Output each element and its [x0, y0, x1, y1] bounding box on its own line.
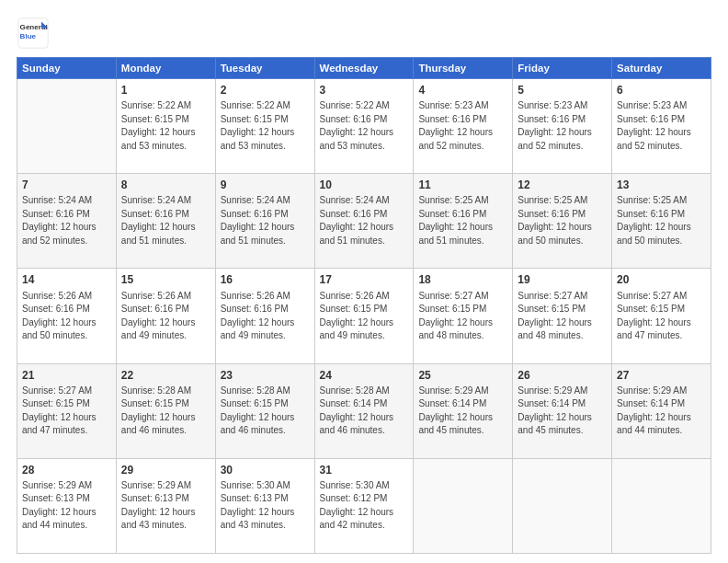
calendar-cell: 8 Sunrise: 5:24 AMSunset: 6:16 PMDayligh…	[116, 174, 215, 269]
calendar-table: SundayMondayTuesdayWednesdayThursdayFrid…	[17, 57, 711, 554]
day-info: Sunrise: 5:27 AMSunset: 6:15 PMDaylight:…	[22, 385, 97, 436]
day-number: 22	[121, 368, 210, 383]
page: General Blue SundayMondayTuesdayWednesda…	[0, 0, 728, 563]
calendar-cell: 16 Sunrise: 5:26 AMSunset: 6:16 PMDaylig…	[215, 269, 314, 363]
calendar-cell: 22 Sunrise: 5:28 AMSunset: 6:15 PMDaylig…	[116, 363, 215, 458]
calendar-cell: 13 Sunrise: 5:25 AMSunset: 6:16 PMDaylig…	[612, 174, 711, 269]
day-info: Sunrise: 5:24 AMSunset: 6:16 PMDaylight:…	[22, 195, 97, 246]
day-number: 27	[617, 368, 706, 383]
day-header-wednesday: Wednesday	[314, 58, 414, 79]
day-number: 21	[22, 368, 111, 383]
day-info: Sunrise: 5:30 AMSunset: 6:12 PMDaylight:…	[320, 480, 394, 531]
day-number: 30	[221, 463, 310, 477]
day-number: 18	[418, 272, 507, 287]
day-info: Sunrise: 5:23 AMSunset: 6:16 PMDaylight:…	[518, 100, 592, 151]
day-number: 29	[121, 463, 210, 477]
day-info: Sunrise: 5:24 AMSunset: 6:16 PMDaylight:…	[221, 195, 295, 246]
calendar-cell: 14 Sunrise: 5:26 AMSunset: 6:16 PMDaylig…	[17, 269, 117, 363]
day-number: 31	[320, 463, 409, 477]
calendar-cell: 4 Sunrise: 5:23 AMSunset: 6:16 PMDayligh…	[414, 79, 513, 174]
calendar-cell: 6 Sunrise: 5:23 AMSunset: 6:16 PMDayligh…	[612, 79, 711, 174]
day-number: 15	[121, 272, 210, 287]
logo-icon: General Blue	[17, 17, 50, 50]
day-info: Sunrise: 5:26 AMSunset: 6:16 PMDaylight:…	[22, 291, 97, 341]
day-info: Sunrise: 5:27 AMSunset: 6:15 PMDaylight:…	[617, 291, 691, 341]
calendar-cell: 25 Sunrise: 5:29 AMSunset: 6:14 PMDaylig…	[414, 363, 513, 458]
day-info: Sunrise: 5:29 AMSunset: 6:13 PMDaylight:…	[22, 480, 97, 531]
day-info: Sunrise: 5:30 AMSunset: 6:13 PMDaylight:…	[221, 480, 295, 531]
calendar-cell: 11 Sunrise: 5:25 AMSunset: 6:16 PMDaylig…	[414, 174, 513, 269]
header: General Blue	[17, 17, 711, 50]
day-info: Sunrise: 5:22 AMSunset: 6:16 PMDaylight:…	[320, 100, 394, 151]
day-info: Sunrise: 5:25 AMSunset: 6:16 PMDaylight:…	[418, 195, 493, 246]
calendar-cell: 2 Sunrise: 5:22 AMSunset: 6:15 PMDayligh…	[215, 79, 314, 174]
day-info: Sunrise: 5:24 AMSunset: 6:16 PMDaylight:…	[121, 195, 196, 246]
day-info: Sunrise: 5:28 AMSunset: 6:15 PMDaylight:…	[121, 385, 196, 436]
calendar-cell: 3 Sunrise: 5:22 AMSunset: 6:16 PMDayligh…	[314, 79, 414, 174]
calendar-cell: 23 Sunrise: 5:28 AMSunset: 6:15 PMDaylig…	[215, 363, 314, 458]
day-number: 28	[22, 463, 111, 477]
day-info: Sunrise: 5:27 AMSunset: 6:15 PMDaylight:…	[418, 291, 493, 341]
day-number: 3	[320, 83, 409, 98]
day-info: Sunrise: 5:26 AMSunset: 6:16 PMDaylight:…	[221, 291, 295, 341]
day-header-monday: Monday	[116, 58, 215, 79]
day-info: Sunrise: 5:26 AMSunset: 6:16 PMDaylight:…	[121, 291, 196, 341]
day-number: 25	[418, 368, 507, 383]
calendar-week-2: 7 Sunrise: 5:24 AMSunset: 6:16 PMDayligh…	[17, 174, 711, 269]
calendar-cell: 9 Sunrise: 5:24 AMSunset: 6:16 PMDayligh…	[215, 174, 314, 269]
calendar-cell: 5 Sunrise: 5:23 AMSunset: 6:16 PMDayligh…	[513, 79, 612, 174]
day-info: Sunrise: 5:25 AMSunset: 6:16 PMDaylight:…	[617, 195, 691, 246]
calendar-cell	[513, 458, 612, 553]
calendar-cell: 12 Sunrise: 5:25 AMSunset: 6:16 PMDaylig…	[513, 174, 612, 269]
calendar-cell: 20 Sunrise: 5:27 AMSunset: 6:15 PMDaylig…	[612, 269, 711, 363]
calendar-cell: 27 Sunrise: 5:29 AMSunset: 6:14 PMDaylig…	[612, 363, 711, 458]
day-info: Sunrise: 5:28 AMSunset: 6:14 PMDaylight:…	[320, 385, 394, 436]
day-number: 6	[617, 83, 706, 98]
calendar-header-row: SundayMondayTuesdayWednesdayThursdayFrid…	[17, 58, 711, 79]
day-number: 4	[418, 83, 507, 98]
calendar-cell: 21 Sunrise: 5:27 AMSunset: 6:15 PMDaylig…	[17, 363, 117, 458]
day-header-friday: Friday	[513, 58, 612, 79]
day-number: 9	[221, 178, 310, 192]
calendar-cell: 18 Sunrise: 5:27 AMSunset: 6:15 PMDaylig…	[414, 269, 513, 363]
day-number: 7	[22, 178, 111, 192]
day-info: Sunrise: 5:29 AMSunset: 6:14 PMDaylight:…	[518, 385, 592, 436]
calendar-cell: 10 Sunrise: 5:24 AMSunset: 6:16 PMDaylig…	[314, 174, 414, 269]
day-number: 24	[320, 368, 409, 383]
day-number: 16	[221, 272, 310, 287]
day-info: Sunrise: 5:22 AMSunset: 6:15 PMDaylight:…	[121, 100, 196, 151]
calendar-cell: 31 Sunrise: 5:30 AMSunset: 6:12 PMDaylig…	[314, 458, 414, 553]
day-number: 12	[518, 178, 607, 192]
calendar-cell: 1 Sunrise: 5:22 AMSunset: 6:15 PMDayligh…	[116, 79, 215, 174]
day-number: 17	[320, 272, 409, 287]
calendar-cell	[414, 458, 513, 553]
day-info: Sunrise: 5:29 AMSunset: 6:14 PMDaylight:…	[418, 385, 493, 436]
day-info: Sunrise: 5:23 AMSunset: 6:16 PMDaylight:…	[418, 100, 493, 151]
calendar-cell: 15 Sunrise: 5:26 AMSunset: 6:16 PMDaylig…	[116, 269, 215, 363]
calendar-week-4: 21 Sunrise: 5:27 AMSunset: 6:15 PMDaylig…	[17, 363, 711, 458]
day-number: 1	[121, 83, 210, 98]
day-number: 10	[320, 178, 409, 192]
day-number: 5	[518, 83, 607, 98]
svg-text:Blue: Blue	[20, 32, 37, 40]
calendar-cell: 17 Sunrise: 5:26 AMSunset: 6:15 PMDaylig…	[314, 269, 414, 363]
calendar-cell: 30 Sunrise: 5:30 AMSunset: 6:13 PMDaylig…	[215, 458, 314, 553]
calendar-cell: 28 Sunrise: 5:29 AMSunset: 6:13 PMDaylig…	[17, 458, 117, 553]
logo: General Blue	[17, 17, 50, 50]
calendar-week-5: 28 Sunrise: 5:29 AMSunset: 6:13 PMDaylig…	[17, 458, 711, 553]
day-info: Sunrise: 5:29 AMSunset: 6:13 PMDaylight:…	[121, 480, 196, 531]
day-header-tuesday: Tuesday	[215, 58, 314, 79]
day-info: Sunrise: 5:28 AMSunset: 6:15 PMDaylight:…	[221, 385, 295, 436]
calendar-cell: 7 Sunrise: 5:24 AMSunset: 6:16 PMDayligh…	[17, 174, 117, 269]
day-header-sunday: Sunday	[17, 58, 117, 79]
day-number: 23	[221, 368, 310, 383]
calendar-cell	[17, 79, 117, 174]
day-header-saturday: Saturday	[612, 58, 711, 79]
day-info: Sunrise: 5:25 AMSunset: 6:16 PMDaylight:…	[518, 195, 592, 246]
day-info: Sunrise: 5:24 AMSunset: 6:16 PMDaylight:…	[320, 195, 394, 246]
calendar-cell: 24 Sunrise: 5:28 AMSunset: 6:14 PMDaylig…	[314, 363, 414, 458]
calendar-cell: 29 Sunrise: 5:29 AMSunset: 6:13 PMDaylig…	[116, 458, 215, 553]
day-number: 11	[418, 178, 507, 192]
day-info: Sunrise: 5:23 AMSunset: 6:16 PMDaylight:…	[617, 100, 691, 151]
day-info: Sunrise: 5:26 AMSunset: 6:15 PMDaylight:…	[320, 291, 394, 341]
